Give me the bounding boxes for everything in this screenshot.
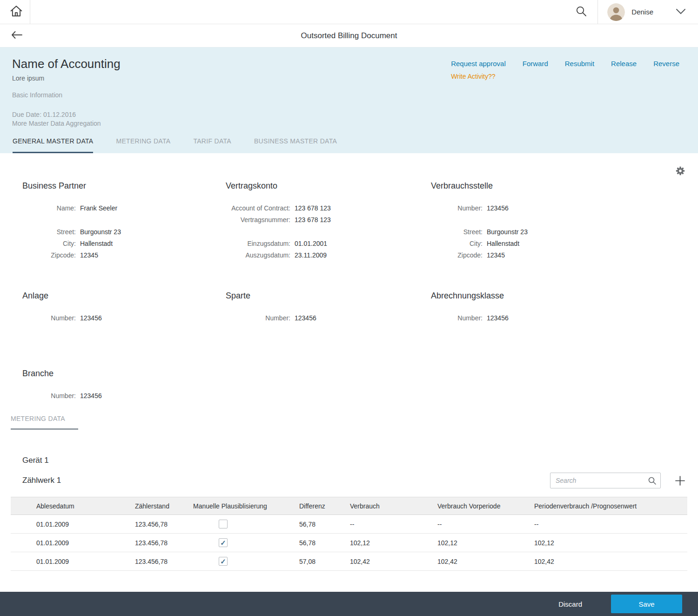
forward-button[interactable]: Forward [523, 60, 548, 68]
reverse-button[interactable]: Reverse [653, 60, 679, 68]
home-button[interactable] [10, 6, 22, 18]
general-master-data-row-2: Anlage Number: 123456 Sparte Number: 123… [11, 291, 687, 324]
field-street: Street: Burgounstr 23 [22, 226, 226, 238]
cell-plausibilisierung: ✓ [193, 534, 299, 552]
field-account-of-contract: Account of Contract: 123 678 123 [226, 203, 431, 214]
save-button[interactable]: Save [611, 595, 682, 613]
field-value: Hallenstadt [487, 238, 519, 250]
table-search [550, 473, 661, 488]
section-title-sparte: Sparte [226, 291, 431, 300]
section-title-abrechnungsklasse: Abrechnungsklasse [431, 291, 687, 300]
tab-business-master-data[interactable]: BUSINESS MASTER DATA [254, 137, 337, 153]
tab-general-master-data[interactable]: GENERAL MASTER DATA [13, 137, 93, 153]
cell-verbrauch: 102,12 [350, 534, 437, 552]
resubmit-button[interactable]: Resubmit [565, 60, 594, 68]
field-zipcode: Zipcode: 12345 [431, 250, 687, 261]
cell-ablesedatum: 01.01.2009 [11, 515, 135, 534]
search-icon[interactable] [648, 476, 657, 485]
metering-data-section-label: METERING DATA [11, 415, 78, 430]
field-label: City: [431, 238, 487, 250]
tab-tarif-data[interactable]: TARIF DATA [193, 137, 231, 153]
cell-zaehlerstand: 123.456,78 [135, 534, 193, 552]
column-header-verbrauch[interactable]: Verbrauch [350, 497, 437, 515]
back-arrow-icon [11, 33, 22, 40]
field-number: Number: 123456 [22, 312, 226, 324]
search-button[interactable] [565, 0, 597, 24]
write-activity-link[interactable]: Write Activity?? [451, 73, 495, 80]
cell-plausibilisierung: ✓ [193, 552, 299, 571]
table-row[interactable]: 01.01.2009 123.456,78 ✓ 57,08 102,42 102… [11, 552, 687, 571]
field-value: 123456 [487, 312, 509, 324]
field-label: Einzugsdatum: [226, 238, 295, 250]
section-anlage: Anlage Number: 123456 [22, 291, 226, 324]
cell-plausibilisierung: ✓ [193, 515, 299, 534]
column-header-ablesedatum[interactable]: Ablesedatum [11, 497, 135, 515]
search-input[interactable] [550, 473, 661, 488]
section-verbrauchsstelle: Verbrauchsstelle Number: 123456 Street: … [431, 181, 687, 261]
field-value: Frank Seeler [80, 203, 117, 214]
user-name: Denise [631, 8, 653, 16]
user-menu[interactable]: Denise [598, 0, 656, 24]
tab-bar: GENERAL MASTER DATA METERING DATA TARIF … [0, 137, 698, 153]
discard-button[interactable]: Discard [558, 600, 582, 608]
field-city: City: Hallenstadt [22, 238, 226, 250]
field-value: 12345 [487, 250, 505, 261]
shell-bar: Denise [0, 0, 698, 24]
cell-periodenverbrauch: 102,42 [534, 552, 687, 571]
user-menu-toggle[interactable] [656, 0, 690, 24]
field-number: Number: 123456 [431, 312, 687, 324]
field-label: Street: [431, 226, 487, 238]
field-einzugsdatum: Einzugsdatum: 01.01.2001 [226, 238, 431, 250]
section-branche: Branche Number: 123456 [22, 369, 226, 402]
table-row[interactable]: 01.01.2009 123.456,78 ✓ 56,78 -- -- -- [11, 515, 687, 534]
field-value: Burgounstr 23 [487, 226, 528, 238]
cell-verbrauch-vorperiode: -- [437, 515, 534, 534]
tab-metering-data[interactable]: METERING DATA [116, 137, 170, 153]
column-header-differenz[interactable]: Differenz [299, 497, 350, 515]
cell-verbrauch-vorperiode: 102,42 [437, 552, 534, 571]
field-number: Number: 123456 [226, 312, 431, 324]
home-icon [10, 11, 22, 18]
column-header-periodenverbrauch[interactable]: Periodenverbrauch /Prognosenwert [534, 497, 687, 515]
object-title: Name of Accounting [12, 57, 121, 71]
plausibilisierung-checkbox[interactable]: ✓ [219, 538, 228, 547]
check-icon: ✓ [220, 539, 226, 546]
field-group-spacer [226, 226, 431, 238]
field-number: Number: 123456 [431, 203, 687, 214]
field-name: Name: Frank Seeler [22, 203, 226, 214]
settings-gear-button[interactable] [676, 166, 685, 176]
column-header-zaehlerstand[interactable]: Zählerstand [135, 497, 193, 515]
cell-ablesedatum: 01.01.2009 [11, 552, 135, 571]
field-label: Zipcode: [431, 250, 487, 261]
field-label: Zipcode: [22, 250, 80, 261]
field-vertragsnummer: Vertragsnummer: 123 678 123 [226, 214, 431, 226]
aggregation-label: More Master Data Aggregation [12, 120, 121, 127]
avatar [607, 3, 625, 21]
request-approval-button[interactable]: Request approval [451, 60, 506, 68]
check-icon: ✓ [220, 558, 226, 565]
field-value: 12345 [80, 250, 98, 261]
field-value: 23.11.2009 [295, 250, 327, 261]
cell-zaehlerstand: 123.456,78 [135, 515, 193, 534]
section-abrechnungsklasse: Abrechnungsklasse Number: 123456 [431, 291, 687, 324]
plausibilisierung-checkbox[interactable]: ✓ [219, 557, 228, 566]
column-header-verbrauch-vorperiode[interactable]: Verbrauch Vorperiode [437, 497, 534, 515]
cell-verbrauch: -- [350, 515, 437, 534]
cell-differenz: 56,78 [299, 534, 350, 552]
field-group-spacer [431, 214, 687, 226]
plausibilisierung-checkbox[interactable]: ✓ [219, 520, 228, 528]
field-value: 123 678 123 [295, 214, 331, 226]
table-row[interactable]: 01.01.2009 123.456,78 ✓ 56,78 102,12 102… [11, 534, 687, 552]
section-title-branche: Branche [22, 369, 226, 378]
field-label: Number: [22, 312, 80, 324]
back-button[interactable] [11, 31, 22, 40]
field-label: Street: [22, 226, 80, 238]
add-row-button[interactable] [673, 474, 687, 488]
column-header-manuelle-plausiblisierung[interactable]: Manuelle Plausiblisierung [193, 497, 299, 515]
release-button[interactable]: Release [611, 60, 637, 68]
field-group-spacer [22, 214, 226, 226]
field-zipcode: Zipcode: 12345 [22, 250, 226, 261]
field-value: 123456 [80, 390, 102, 402]
field-label: Auszugsdatum: [226, 250, 295, 261]
cell-differenz: 57,08 [299, 552, 350, 571]
